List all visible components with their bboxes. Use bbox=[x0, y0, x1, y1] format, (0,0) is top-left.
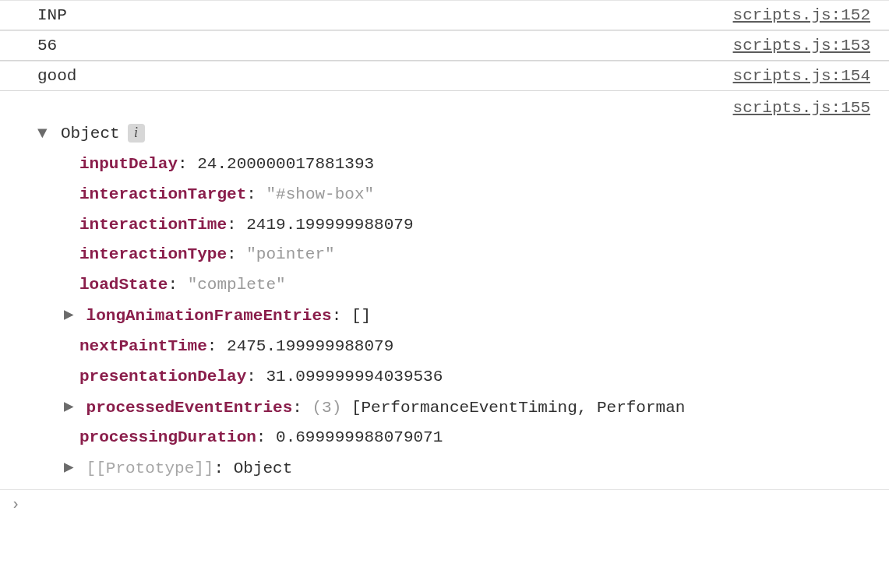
log-text: good bbox=[37, 67, 76, 85]
prop-row[interactable]: interactionTime: 2419.199999988079 bbox=[79, 210, 870, 241]
source-link[interactable]: scripts.js:152 bbox=[733, 6, 870, 24]
prop-row[interactable]: interactionType: "pointer" bbox=[79, 240, 870, 270]
console-prompt[interactable]: › bbox=[0, 490, 889, 518]
console-row: 56 scripts.js:153 bbox=[0, 30, 889, 61]
prop-row[interactable]: loadState: "complete" bbox=[79, 270, 870, 301]
caret-right-icon[interactable]: ▶ bbox=[64, 453, 76, 484]
prop-row[interactable]: inputDelay: 24.200000017881393 bbox=[79, 150, 870, 180]
source-link[interactable]: scripts.js:155 bbox=[733, 99, 870, 117]
console-object-row: scripts.js:155 ▼ Object i inputDelay: 24… bbox=[0, 91, 889, 490]
console-row: INP scripts.js:152 bbox=[0, 0, 889, 30]
object-label[interactable]: Object bbox=[61, 119, 120, 150]
caret-down-icon[interactable]: ▼ bbox=[37, 119, 53, 150]
prop-row[interactable]: interactionTarget: "#show-box" bbox=[79, 180, 870, 210]
source-link[interactable]: scripts.js:154 bbox=[733, 67, 870, 85]
caret-right-icon[interactable]: ▶ bbox=[64, 301, 76, 331]
prop-row[interactable]: ▶ processedEventEntries: (3) [Performanc… bbox=[79, 393, 870, 424]
object-props: inputDelay: 24.200000017881393 interacti… bbox=[37, 150, 870, 484]
prompt-icon: › bbox=[11, 495, 20, 513]
log-text: INP bbox=[37, 6, 67, 24]
prop-row[interactable]: processingDuration: 0.699999988079071 bbox=[79, 423, 870, 453]
info-icon[interactable]: i bbox=[128, 124, 145, 143]
prop-row[interactable]: ▶ longAnimationFrameEntries: [] bbox=[79, 301, 870, 332]
prop-row[interactable]: presentationDelay: 31.099999994039536 bbox=[79, 362, 870, 393]
log-text: 56 bbox=[37, 37, 57, 55]
prop-row[interactable]: ▶ [[Prototype]]: Object bbox=[79, 453, 870, 484]
caret-right-icon[interactable]: ▶ bbox=[64, 393, 76, 423]
prop-row[interactable]: nextPaintTime: 2475.199999988079 bbox=[79, 332, 870, 362]
console-row: good scripts.js:154 bbox=[0, 61, 889, 91]
source-link[interactable]: scripts.js:153 bbox=[733, 37, 870, 55]
